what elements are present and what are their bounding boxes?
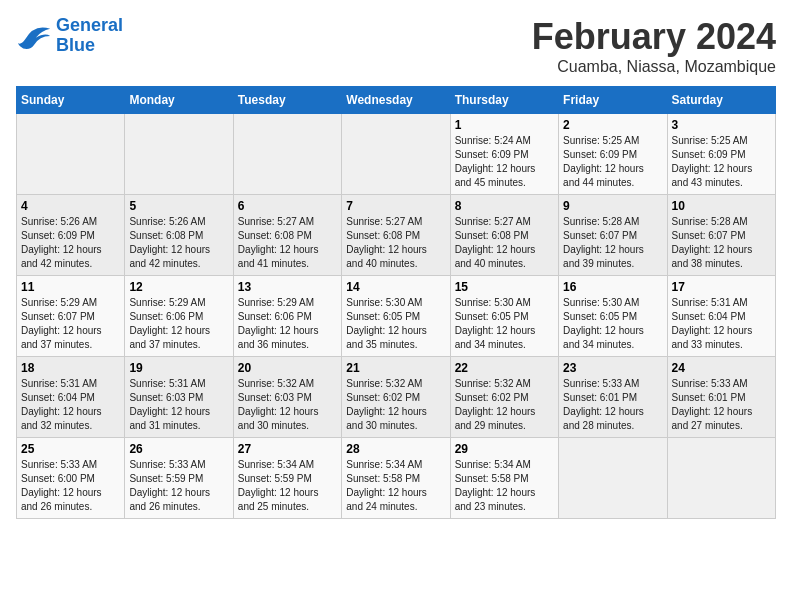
calendar-cell	[233, 114, 341, 195]
day-info: Sunrise: 5:29 AMSunset: 6:07 PMDaylight:…	[21, 296, 120, 352]
logo-text: General Blue	[56, 16, 123, 56]
day-number: 22	[455, 361, 554, 375]
day-number: 18	[21, 361, 120, 375]
title-block: February 2024 Cuamba, Niassa, Mozambique	[532, 16, 776, 76]
calendar-cell: 22Sunrise: 5:32 AMSunset: 6:02 PMDayligh…	[450, 357, 558, 438]
day-number: 12	[129, 280, 228, 294]
day-info: Sunrise: 5:30 AMSunset: 6:05 PMDaylight:…	[346, 296, 445, 352]
logo-line2: Blue	[56, 35, 95, 55]
day-number: 19	[129, 361, 228, 375]
calendar-cell: 29Sunrise: 5:34 AMSunset: 5:58 PMDayligh…	[450, 438, 558, 519]
day-info: Sunrise: 5:31 AMSunset: 6:03 PMDaylight:…	[129, 377, 228, 433]
weekday-header: Saturday	[667, 87, 775, 114]
calendar-week-row: 4Sunrise: 5:26 AMSunset: 6:09 PMDaylight…	[17, 195, 776, 276]
calendar-cell: 19Sunrise: 5:31 AMSunset: 6:03 PMDayligh…	[125, 357, 233, 438]
calendar-cell: 26Sunrise: 5:33 AMSunset: 5:59 PMDayligh…	[125, 438, 233, 519]
calendar-cell: 14Sunrise: 5:30 AMSunset: 6:05 PMDayligh…	[342, 276, 450, 357]
day-info: Sunrise: 5:28 AMSunset: 6:07 PMDaylight:…	[672, 215, 771, 271]
day-number: 11	[21, 280, 120, 294]
day-info: Sunrise: 5:26 AMSunset: 6:09 PMDaylight:…	[21, 215, 120, 271]
logo-bird-icon	[16, 21, 52, 51]
calendar-cell: 20Sunrise: 5:32 AMSunset: 6:03 PMDayligh…	[233, 357, 341, 438]
calendar-week-row: 18Sunrise: 5:31 AMSunset: 6:04 PMDayligh…	[17, 357, 776, 438]
calendar-cell: 21Sunrise: 5:32 AMSunset: 6:02 PMDayligh…	[342, 357, 450, 438]
calendar-week-row: 25Sunrise: 5:33 AMSunset: 6:00 PMDayligh…	[17, 438, 776, 519]
weekday-header: Friday	[559, 87, 667, 114]
calendar-cell: 6Sunrise: 5:27 AMSunset: 6:08 PMDaylight…	[233, 195, 341, 276]
day-number: 20	[238, 361, 337, 375]
calendar-cell: 24Sunrise: 5:33 AMSunset: 6:01 PMDayligh…	[667, 357, 775, 438]
day-number: 25	[21, 442, 120, 456]
day-info: Sunrise: 5:34 AMSunset: 5:58 PMDaylight:…	[455, 458, 554, 514]
calendar-cell: 16Sunrise: 5:30 AMSunset: 6:05 PMDayligh…	[559, 276, 667, 357]
calendar-cell: 17Sunrise: 5:31 AMSunset: 6:04 PMDayligh…	[667, 276, 775, 357]
calendar-cell: 7Sunrise: 5:27 AMSunset: 6:08 PMDaylight…	[342, 195, 450, 276]
day-number: 6	[238, 199, 337, 213]
calendar-cell: 11Sunrise: 5:29 AMSunset: 6:07 PMDayligh…	[17, 276, 125, 357]
day-number: 3	[672, 118, 771, 132]
day-number: 29	[455, 442, 554, 456]
day-number: 10	[672, 199, 771, 213]
calendar-cell	[559, 438, 667, 519]
logo: General Blue	[16, 16, 123, 56]
day-number: 21	[346, 361, 445, 375]
calendar-table: SundayMondayTuesdayWednesdayThursdayFrid…	[16, 86, 776, 519]
day-info: Sunrise: 5:31 AMSunset: 6:04 PMDaylight:…	[21, 377, 120, 433]
day-info: Sunrise: 5:27 AMSunset: 6:08 PMDaylight:…	[346, 215, 445, 271]
day-number: 24	[672, 361, 771, 375]
day-info: Sunrise: 5:28 AMSunset: 6:07 PMDaylight:…	[563, 215, 662, 271]
day-number: 16	[563, 280, 662, 294]
calendar-cell	[667, 438, 775, 519]
day-info: Sunrise: 5:33 AMSunset: 5:59 PMDaylight:…	[129, 458, 228, 514]
day-info: Sunrise: 5:27 AMSunset: 6:08 PMDaylight:…	[455, 215, 554, 271]
calendar-cell: 27Sunrise: 5:34 AMSunset: 5:59 PMDayligh…	[233, 438, 341, 519]
day-number: 7	[346, 199, 445, 213]
day-info: Sunrise: 5:32 AMSunset: 6:03 PMDaylight:…	[238, 377, 337, 433]
day-info: Sunrise: 5:25 AMSunset: 6:09 PMDaylight:…	[563, 134, 662, 190]
day-number: 9	[563, 199, 662, 213]
calendar-week-row: 1Sunrise: 5:24 AMSunset: 6:09 PMDaylight…	[17, 114, 776, 195]
day-number: 13	[238, 280, 337, 294]
day-number: 14	[346, 280, 445, 294]
calendar-week-row: 11Sunrise: 5:29 AMSunset: 6:07 PMDayligh…	[17, 276, 776, 357]
calendar-cell: 3Sunrise: 5:25 AMSunset: 6:09 PMDaylight…	[667, 114, 775, 195]
calendar-cell: 15Sunrise: 5:30 AMSunset: 6:05 PMDayligh…	[450, 276, 558, 357]
weekday-header: Tuesday	[233, 87, 341, 114]
day-number: 23	[563, 361, 662, 375]
calendar-cell: 8Sunrise: 5:27 AMSunset: 6:08 PMDaylight…	[450, 195, 558, 276]
day-info: Sunrise: 5:33 AMSunset: 6:01 PMDaylight:…	[672, 377, 771, 433]
calendar-cell	[17, 114, 125, 195]
day-info: Sunrise: 5:33 AMSunset: 6:01 PMDaylight:…	[563, 377, 662, 433]
weekday-header: Monday	[125, 87, 233, 114]
day-info: Sunrise: 5:32 AMSunset: 6:02 PMDaylight:…	[346, 377, 445, 433]
calendar-cell: 4Sunrise: 5:26 AMSunset: 6:09 PMDaylight…	[17, 195, 125, 276]
weekday-header: Sunday	[17, 87, 125, 114]
day-number: 26	[129, 442, 228, 456]
weekday-header: Thursday	[450, 87, 558, 114]
day-info: Sunrise: 5:29 AMSunset: 6:06 PMDaylight:…	[129, 296, 228, 352]
day-number: 27	[238, 442, 337, 456]
day-info: Sunrise: 5:29 AMSunset: 6:06 PMDaylight:…	[238, 296, 337, 352]
day-info: Sunrise: 5:34 AMSunset: 5:59 PMDaylight:…	[238, 458, 337, 514]
calendar-cell: 13Sunrise: 5:29 AMSunset: 6:06 PMDayligh…	[233, 276, 341, 357]
day-info: Sunrise: 5:25 AMSunset: 6:09 PMDaylight:…	[672, 134, 771, 190]
day-info: Sunrise: 5:34 AMSunset: 5:58 PMDaylight:…	[346, 458, 445, 514]
calendar-cell: 25Sunrise: 5:33 AMSunset: 6:00 PMDayligh…	[17, 438, 125, 519]
calendar-cell: 1Sunrise: 5:24 AMSunset: 6:09 PMDaylight…	[450, 114, 558, 195]
day-number: 5	[129, 199, 228, 213]
logo-line1: General	[56, 15, 123, 35]
page-header: General Blue February 2024 Cuamba, Niass…	[16, 16, 776, 76]
calendar-cell: 2Sunrise: 5:25 AMSunset: 6:09 PMDaylight…	[559, 114, 667, 195]
day-info: Sunrise: 5:31 AMSunset: 6:04 PMDaylight:…	[672, 296, 771, 352]
day-info: Sunrise: 5:27 AMSunset: 6:08 PMDaylight:…	[238, 215, 337, 271]
calendar-cell: 9Sunrise: 5:28 AMSunset: 6:07 PMDaylight…	[559, 195, 667, 276]
day-info: Sunrise: 5:24 AMSunset: 6:09 PMDaylight:…	[455, 134, 554, 190]
calendar-cell: 12Sunrise: 5:29 AMSunset: 6:06 PMDayligh…	[125, 276, 233, 357]
weekday-header: Wednesday	[342, 87, 450, 114]
day-info: Sunrise: 5:33 AMSunset: 6:00 PMDaylight:…	[21, 458, 120, 514]
calendar-body: 1Sunrise: 5:24 AMSunset: 6:09 PMDaylight…	[17, 114, 776, 519]
calendar-cell	[342, 114, 450, 195]
calendar-cell: 5Sunrise: 5:26 AMSunset: 6:08 PMDaylight…	[125, 195, 233, 276]
day-number: 4	[21, 199, 120, 213]
month-title: February 2024	[532, 16, 776, 58]
